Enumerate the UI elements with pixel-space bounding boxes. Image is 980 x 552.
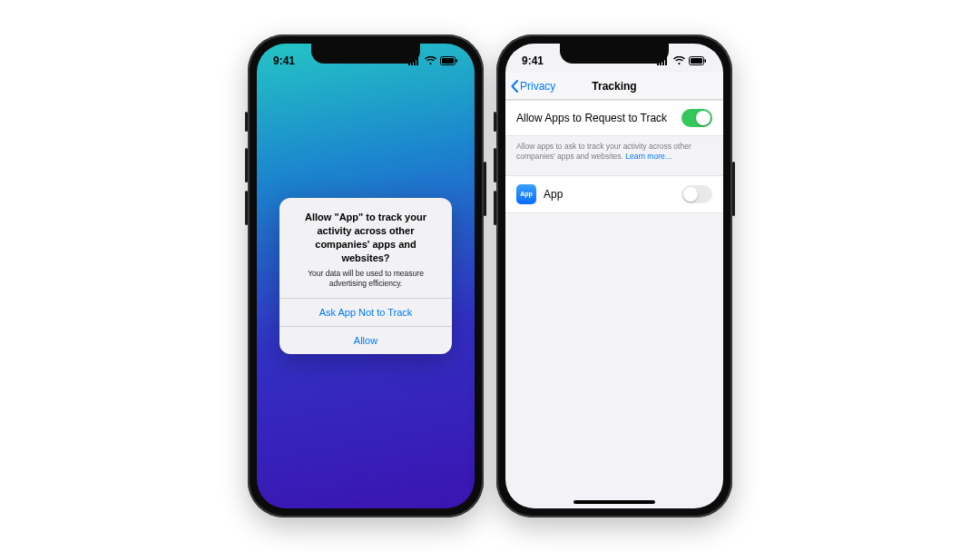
battery-icon bbox=[689, 56, 707, 65]
nav-bar: Privacy Tracking bbox=[505, 73, 723, 100]
mute-switch[interactable] bbox=[245, 112, 248, 132]
notch bbox=[560, 44, 669, 64]
tracking-permission-alert: Allow "App" to track your activity acros… bbox=[257, 44, 475, 508]
volume-up-button[interactable] bbox=[245, 148, 248, 182]
svg-rect-12 bbox=[691, 58, 702, 64]
app-toggle[interactable] bbox=[681, 185, 712, 203]
home-indicator[interactable] bbox=[573, 500, 655, 504]
volume-down-button[interactable] bbox=[245, 191, 248, 225]
master-toggle-label: Allow Apps to Request to Track bbox=[516, 112, 667, 124]
learn-more-link[interactable]: Learn more… bbox=[625, 152, 672, 161]
volume-up-button[interactable] bbox=[494, 148, 496, 182]
back-button[interactable]: Privacy bbox=[511, 80, 555, 93]
alert-message: Your data will be used to measure advert… bbox=[290, 269, 441, 289]
phone-left: 9:41 Allow "App" to track your activity … bbox=[248, 34, 484, 518]
notch bbox=[311, 44, 420, 64]
master-toggle-cell: Allow Apps to Request to Track bbox=[505, 100, 723, 136]
wifi-icon bbox=[673, 56, 685, 65]
battery-icon bbox=[440, 56, 458, 65]
alert-body: Allow "App" to track your activity acros… bbox=[279, 198, 452, 297]
side-button[interactable] bbox=[484, 162, 486, 216]
status-time: 9:41 bbox=[522, 54, 544, 67]
ask-not-to-track-button[interactable]: Ask App Not to Track bbox=[279, 298, 452, 326]
section-footer: Allow apps to ask to track your activity… bbox=[505, 136, 723, 175]
alert-dialog: Allow "App" to track your activity acros… bbox=[279, 198, 452, 353]
app-name: App bbox=[544, 188, 563, 201]
wifi-icon bbox=[425, 56, 436, 65]
svg-rect-6 bbox=[456, 59, 458, 63]
svg-rect-13 bbox=[705, 59, 707, 63]
screen: 9:41 Privacy Tracking Allow Apps to Requ… bbox=[505, 44, 723, 508]
alert-title: Allow "App" to track your activity acros… bbox=[290, 211, 441, 264]
svg-rect-5 bbox=[442, 58, 454, 64]
allow-button[interactable]: Allow bbox=[279, 326, 452, 354]
volume-down-button[interactable] bbox=[494, 191, 496, 225]
app-icon: App bbox=[516, 184, 536, 204]
back-label: Privacy bbox=[520, 80, 555, 93]
chevron-left-icon bbox=[511, 80, 518, 93]
screen: 9:41 Allow "App" to track your activity … bbox=[257, 44, 475, 508]
app-toggle-cell: App App bbox=[505, 175, 723, 213]
status-time: 9:41 bbox=[273, 54, 295, 67]
side-button[interactable] bbox=[732, 162, 735, 216]
nav-title: Tracking bbox=[592, 80, 636, 93]
settings-list: Allow Apps to Request to Track Allow app… bbox=[505, 100, 723, 213]
mute-switch[interactable] bbox=[494, 112, 496, 132]
master-toggle[interactable] bbox=[681, 109, 712, 127]
settings-screen: Privacy Tracking Allow Apps to Request t… bbox=[505, 44, 723, 508]
phone-right: 9:41 Privacy Tracking Allow Apps to Requ… bbox=[496, 34, 732, 518]
